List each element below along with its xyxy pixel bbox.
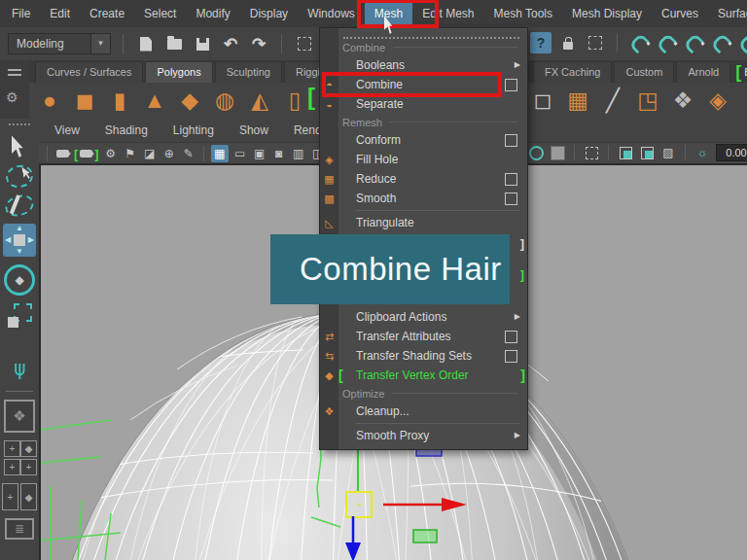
snap-to-curves-icon[interactable] [656, 32, 677, 53]
menu-item-smooth[interactable]: ▩ Smooth [320, 189, 527, 208]
single-pane-layout-button[interactable]: ❖ [4, 400, 35, 433]
option-box[interactable] [505, 134, 517, 147]
bevel-icon[interactable]: ◈ [705, 89, 730, 112]
shelf-tab-sculpting[interactable]: Sculpting [215, 61, 282, 83]
gate-mask-icon[interactable]: ◙ [271, 145, 287, 162]
poly-torus-icon[interactable]: ◍ [212, 89, 237, 112]
poly-pyramid-icon[interactable]: ◭ [247, 89, 272, 112]
menu-item-clipboard-actions[interactable]: Clipboard Actions ▶ [320, 307, 527, 327]
exposure-value-field[interactable]: 0.00 [716, 144, 747, 161]
scale-tool[interactable] [7, 303, 32, 329]
menu-item-transfer-shading-sets[interactable]: ⇆ Transfer Shading Sets [320, 346, 527, 366]
menubar-item-create[interactable]: Create [80, 1, 134, 26]
gear-icon[interactable]: ⚙ [6, 89, 18, 105]
poly-wire-cube-icon[interactable]: ◻ [530, 89, 555, 112]
menubar-item-mesh-tools[interactable]: Mesh Tools [484, 1, 562, 26]
menu-item-cleanup[interactable]: ❖ Cleanup... [320, 402, 527, 421]
menu-item-conform[interactable]: Conform [320, 130, 527, 150]
shelf-tab-polygons[interactable]: Polygons [145, 61, 212, 83]
image-plane-toggle-icon[interactable]: ▨ [660, 144, 676, 161]
select-tool[interactable] [12, 135, 28, 158]
poly-cylinder-icon[interactable]: ▮ [107, 89, 132, 112]
quad-draw-icon[interactable]: ╱ [600, 89, 625, 112]
textured-icon[interactable] [550, 144, 565, 161]
selection-mask-icon[interactable] [294, 33, 315, 54]
lock-selection-icon[interactable] [557, 32, 579, 53]
rotate-tool[interactable]: ◆ [4, 264, 35, 296]
sweep-mesh-icon[interactable]: ❖ [670, 89, 695, 112]
menu-tearoff-handle[interactable] [343, 28, 519, 39]
pan-zoom-icon[interactable]: ⊕ [161, 145, 177, 162]
snap-to-projected-center-icon[interactable] [710, 32, 731, 53]
grid-icon[interactable]: ▦ [211, 145, 229, 162]
toolbar-separator[interactable] [281, 34, 282, 53]
select-tool-icon[interactable] [585, 32, 606, 53]
poly-sphere-icon[interactable]: ● [37, 89, 62, 112]
menu-item-transfer-attributes[interactable]: ⇄ Transfer Attributes [320, 327, 527, 346]
select-highlight-icon[interactable] [584, 144, 599, 161]
poly-cone-icon[interactable]: ▲ [142, 89, 167, 112]
viewport-menu-view[interactable]: View [54, 123, 80, 137]
toolbox-handle[interactable] [9, 123, 30, 125]
exposure-icon[interactable]: ☼ [694, 144, 710, 161]
menubar-item-surfaces[interactable]: Surfaces [708, 1, 747, 26]
option-box[interactable] [505, 350, 517, 363]
paint-select-tool[interactable] [5, 195, 34, 216]
two-pane-layout-button[interactable]: +◆ [2, 483, 37, 510]
menubar-item-mesh-display[interactable]: Mesh Display [562, 1, 652, 26]
menubar-item-windows[interactable]: Windows [298, 1, 365, 26]
menu-item-triangulate[interactable]: ◺ Triangulate [320, 213, 527, 232]
field-chart-icon[interactable]: ▥ [291, 145, 306, 162]
menubar-item-file[interactable]: File [2, 1, 40, 26]
menu-item-transfer-vertex-order[interactable]: ◆ [ Transfer Vertex Order ] [320, 366, 527, 385]
joint-tool[interactable]: ⋔ [11, 360, 28, 381]
lighting-icon[interactable] [528, 144, 544, 161]
grease-pencil-icon[interactable]: ✎ [181, 145, 196, 162]
menubar-item-edit[interactable]: Edit [40, 1, 80, 26]
four-pane-layout-button[interactable]: +◆++ [4, 440, 35, 475]
make-live-icon[interactable] [737, 32, 747, 53]
camera-lock-icon[interactable]: [ ] [74, 145, 99, 162]
menu-item-separate[interactable]: ◒ Separate [320, 94, 527, 114]
option-box[interactable] [505, 331, 517, 343]
viewport-menu-show[interactable]: Show [239, 123, 268, 137]
option-box[interactable] [505, 79, 517, 91]
lasso-tool[interactable] [6, 165, 33, 188]
snap-to-grids-icon[interactable] [628, 32, 650, 53]
menubar-item-modify[interactable]: Modify [186, 1, 239, 26]
menu-item-reduce[interactable]: ▦ Reduce [320, 169, 527, 189]
menu-item-fill-hole[interactable]: ◈ Fill Hole [320, 150, 527, 169]
shelf-menu-icon[interactable] [8, 69, 21, 71]
poly-plane-icon[interactable]: ◆ [177, 89, 202, 112]
viewport-menu-lighting[interactable]: Lighting [173, 123, 214, 137]
open-scene-icon[interactable] [163, 33, 185, 54]
option-box[interactable] [505, 173, 517, 186]
new-scene-icon[interactable] [135, 33, 157, 54]
poly-pipe-icon[interactable]: ▯ [282, 89, 307, 112]
undo-icon[interactable]: ↶ [220, 33, 241, 54]
multi-component-icon[interactable]: ▦ [565, 89, 590, 112]
shelf-tab-fx-caching[interactable]: FX Caching [533, 61, 612, 83]
save-scene-icon[interactable] [192, 33, 213, 54]
menubar-item-select[interactable]: Select [134, 1, 186, 26]
isolate-select-icon[interactable] [618, 144, 633, 161]
image-plane-icon[interactable]: ◪ [142, 145, 158, 162]
isolate-add-icon[interactable] [639, 144, 655, 161]
toolbar-separator[interactable] [617, 33, 618, 52]
resolution-gate-icon[interactable]: ▣ [252, 145, 267, 162]
bookmark-icon[interactable]: ⚑ [123, 145, 138, 162]
camera-icon[interactable] [54, 145, 70, 162]
redo-icon[interactable]: ↷ [248, 33, 269, 54]
option-box[interactable] [505, 192, 517, 205]
camera-attributes-icon[interactable]: ⚙ [103, 145, 119, 162]
shelf-tab-arnold[interactable]: Arnold [676, 61, 730, 83]
menu-item-combine[interactable]: ◓ Combine [320, 75, 527, 94]
film-gate-icon[interactable]: ▭ [232, 145, 248, 162]
poly-cube-icon[interactable]: ◼ [72, 89, 97, 112]
shelf-tab-curves-surfaces[interactable]: Curves / Surfaces [35, 61, 143, 83]
shelf-tab-custom[interactable]: Custom [614, 61, 674, 83]
menu-item-smooth-proxy[interactable]: Smooth Proxy ▶ [320, 426, 527, 445]
snap-to-points-icon[interactable] [683, 32, 704, 53]
outliner-layout-button[interactable]: ≣ [5, 518, 34, 540]
menubar-item-mesh[interactable]: Mesh [365, 1, 412, 26]
